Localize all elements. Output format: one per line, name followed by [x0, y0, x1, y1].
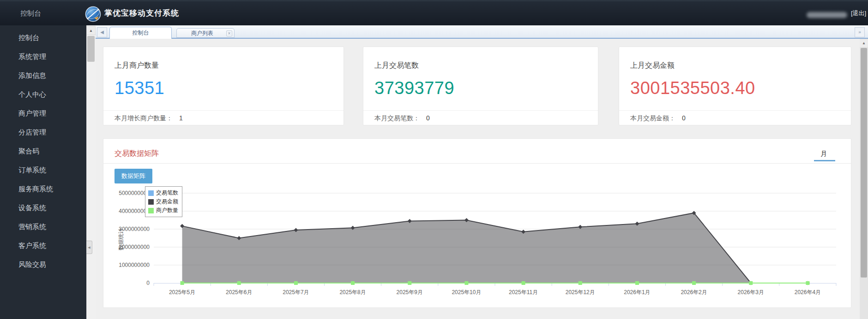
sidebar-item[interactable]: 商户管理 [0, 104, 86, 123]
sidebar-item[interactable]: 控制台 [0, 28, 86, 47]
user-phone-redacted [807, 12, 847, 18]
svg-text:0: 0 [146, 280, 150, 286]
tab-console[interactable]: 控制台 [109, 27, 172, 39]
panel-title: 交易数据矩阵 [115, 149, 159, 159]
card-footer: 本月交易笔数：0 [374, 114, 430, 123]
sidebar-item[interactable]: 聚合码 [0, 142, 86, 160]
legend-swatch [148, 199, 154, 205]
period-tab-underline [814, 160, 835, 161]
sidebar-item[interactable]: 分店管理 [0, 123, 86, 142]
chart-canvas: 0100000000020000000003000000000400000000… [103, 183, 852, 307]
app-logo-icon [85, 6, 101, 22]
svg-text:2025年6月: 2025年6月 [226, 289, 252, 295]
tab-strip-underline [96, 38, 868, 39]
app-title: 掌优宝移动支付系统 [104, 1, 179, 25]
card-title: 上月交易笔数 [374, 61, 419, 71]
sidebar-item[interactable]: 系统管理 [0, 47, 86, 66]
card-title: 上月商户数量 [115, 61, 159, 71]
close-icon[interactable]: × [226, 30, 232, 36]
legend-swatch [148, 190, 154, 196]
card-divider [363, 110, 598, 111]
left-scrollbar-thumb[interactable] [87, 36, 95, 62]
svg-text:2025年10月: 2025年10月 [452, 289, 481, 295]
svg-text:2026年4月: 2026年4月 [795, 289, 821, 295]
legend-label: 交易笔数 [156, 189, 178, 197]
logout-link[interactable]: [退出] [851, 1, 866, 25]
svg-text:2026年1月: 2026年1月 [624, 289, 650, 295]
scroll-up-icon[interactable]: ▲ [86, 26, 96, 35]
stat-card-transaction-count: 上月交易笔数 37393779 本月交易笔数：0 [363, 47, 598, 125]
svg-text:2025年5月: 2025年5月 [169, 289, 195, 295]
area-chart: 交易笔数交易金额商户数量 010000000002000000000300000… [103, 183, 852, 307]
stat-card-merchant-count: 上月商户数量 15351 本月增长商户数量：1 [103, 47, 344, 125]
sidebar-item[interactable]: 客户系统 [0, 236, 86, 255]
scroll-up-icon[interactable]: ▲ [860, 40, 868, 47]
card-footer: 本月增长商户数量：1 [115, 114, 183, 123]
legend-label: 商户数量 [156, 207, 178, 214]
sidebar-item[interactable]: 订单系统 [0, 160, 86, 179]
svg-text:2025年12月: 2025年12月 [566, 289, 595, 295]
period-tab-month[interactable]: 月 [820, 150, 827, 158]
content-scrollbar-left[interactable] [86, 25, 96, 319]
card-value: 37393779 [374, 78, 454, 98]
svg-text:2025年11月: 2025年11月 [509, 289, 538, 295]
panel-divider [103, 163, 851, 164]
legend-item[interactable]: 商户数量 [148, 206, 178, 215]
legend-swatch [148, 208, 154, 213]
legend-label: 交易金额 [156, 198, 178, 206]
sidebar-item[interactable]: 服务商系统 [0, 179, 86, 198]
sidebar-menu: 控制台系统管理添加信息个人中心商户管理分店管理聚合码订单系统服务商系统设备系统营… [0, 25, 86, 319]
sidebar-item[interactable]: 营销系统 [0, 217, 86, 236]
legend-item[interactable]: 交易笔数 [148, 189, 178, 197]
panel-collapse-icon[interactable]: ◀ [86, 241, 92, 254]
sidebar-item[interactable]: 风险交易 [0, 255, 86, 274]
card-value: 15351 [115, 78, 164, 98]
svg-text:2025年8月: 2025年8月 [339, 289, 366, 295]
tab-merchant-list[interactable]: 商户列表 × [176, 28, 235, 38]
chart-legend: 交易笔数交易金额商户数量 [145, 186, 182, 217]
card-footer: 本月交易金额：0 [630, 114, 686, 123]
svg-text:2025年7月: 2025年7月 [283, 289, 309, 295]
card-divider [619, 110, 851, 111]
tab-merchant-list-label: 商户列表 [191, 30, 213, 36]
svg-text:2026年2月: 2026年2月 [681, 289, 707, 295]
svg-text:数据统计: 数据统计 [118, 228, 124, 250]
card-title: 上月交易金额 [630, 61, 675, 71]
legend-item[interactable]: 交易金额 [148, 197, 178, 206]
card-divider [103, 110, 344, 111]
right-scrollbar-thumb[interactable] [861, 48, 867, 278]
transaction-matrix-panel: 交易数据矩阵 月 数据矩阵 交易笔数交易金额商户数量 0100000000020… [103, 138, 851, 308]
sidebar-item[interactable]: 设备系统 [0, 198, 86, 217]
tab-scroll-left-icon[interactable]: ◀ [97, 27, 107, 37]
card-value: 3001535503.40 [630, 78, 755, 98]
svg-text:2025年9月: 2025年9月 [397, 289, 423, 295]
tab-scroll-right-icon[interactable]: » [855, 27, 865, 37]
sidebar-item[interactable]: 个人中心 [0, 85, 86, 104]
svg-text:1000000000: 1000000000 [119, 262, 150, 268]
stat-card-transaction-amount: 上月交易金额 3001535503.40 本月交易金额：0 [619, 47, 851, 125]
sidebar-item[interactable]: 添加信息 [0, 66, 86, 85]
top-navbar: 控制台 掌优宝移动支付系统 [退出] [0, 0, 868, 25]
data-matrix-button[interactable]: 数据矩阵 [115, 169, 152, 183]
svg-text:2026年3月: 2026年3月 [738, 289, 764, 295]
nav-console-label: 控制台 [20, 1, 41, 25]
